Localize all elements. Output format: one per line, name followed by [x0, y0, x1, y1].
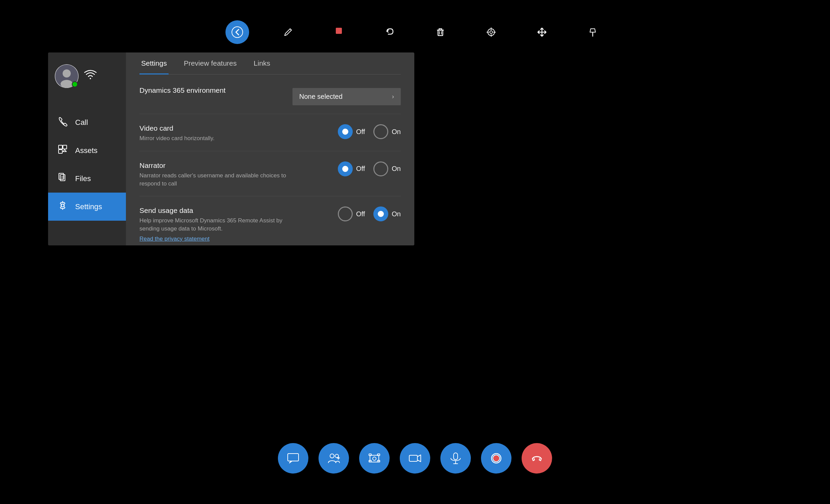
privacy-link[interactable]: Read the privacy statement [139, 236, 210, 242]
move-button[interactable] [530, 20, 554, 44]
participants-button[interactable] [319, 443, 349, 474]
sidebar: Call Assets [48, 52, 126, 245]
sidebar-item-settings-label: Settings [75, 202, 102, 211]
sidebar-item-call[interactable]: Call [48, 108, 126, 136]
tab-links[interactable]: Links [252, 52, 272, 74]
svg-rect-34 [377, 454, 380, 456]
pen-button[interactable] [276, 20, 300, 44]
usage-data-radio-group: Off On [338, 206, 401, 221]
tabs: Settings Preview features Links [139, 52, 401, 74]
svg-rect-19 [59, 145, 62, 149]
usage-data-off-option[interactable]: Off [338, 206, 365, 221]
svg-rect-3 [438, 30, 443, 36]
main-panel: Call Assets [48, 52, 414, 245]
top-toolbar [225, 20, 605, 44]
video-card-radio-group: Off On [338, 124, 401, 139]
narrator-title: Narrator [139, 161, 338, 170]
usage-data-setting-info: Send usage data Help improve Microsoft D… [139, 206, 338, 242]
narrator-radio-group: Off On [338, 161, 401, 176]
svg-point-37 [373, 457, 376, 460]
svg-point-17 [63, 69, 71, 78]
svg-point-42 [493, 455, 500, 462]
dynamics-setting-info: Dynamics 365 environment [139, 86, 292, 96]
undo-button[interactable] [378, 20, 401, 44]
svg-line-1 [290, 29, 291, 30]
narrator-setting-row: Narrator Narrator reads caller's usernam… [139, 161, 401, 197]
dropdown-arrow-icon: › [392, 93, 394, 100]
svg-rect-22 [59, 173, 64, 179]
narrator-on-radio[interactable] [373, 161, 388, 176]
video-card-off-option[interactable]: Off [338, 124, 365, 139]
video-card-setting-row: Video card Mirror video card horizontall… [139, 124, 401, 151]
sidebar-item-files[interactable]: Files [48, 165, 126, 193]
svg-point-18 [61, 80, 73, 88]
video-button[interactable] [400, 443, 430, 474]
svg-rect-38 [409, 455, 417, 461]
usage-data-title: Send usage data [139, 206, 338, 215]
end-call-button[interactable] [522, 443, 552, 474]
screenshot-button[interactable] [359, 443, 390, 474]
dynamics-environment-dropdown[interactable]: None selected › [292, 88, 401, 105]
svg-rect-21 [59, 150, 62, 153]
user-status-indicator [72, 81, 78, 87]
usage-data-on-radio[interactable] [373, 206, 388, 221]
content-area: Settings Preview features Links Dynamics… [126, 52, 414, 245]
svg-rect-33 [369, 454, 371, 456]
narrator-desc: Narrator reads caller's username and ava… [139, 172, 292, 188]
svg-rect-20 [63, 145, 67, 149]
mic-button[interactable] [440, 443, 471, 474]
usage-data-desc: Help improve Microsoft Dynamics 365 Remo… [139, 217, 292, 233]
video-card-title: Video card [139, 124, 338, 132]
narrator-on-option[interactable]: On [373, 161, 401, 176]
video-card-on-radio[interactable] [373, 124, 388, 139]
video-card-setting-info: Video card Mirror video card horizontall… [139, 124, 338, 143]
video-card-desc: Mirror video card horizontally. [139, 134, 292, 143]
dynamics-setting-controls: None selected › [292, 88, 401, 105]
tab-preview[interactable]: Preview features [182, 52, 238, 74]
video-card-on-option[interactable]: On [373, 124, 401, 139]
svg-point-28 [330, 454, 334, 458]
sidebar-item-settings[interactable]: Settings [48, 193, 126, 221]
bottom-toolbar [278, 443, 552, 474]
tab-settings[interactable]: Settings [139, 52, 169, 74]
usage-data-setting-row: Send usage data Help improve Microsoft D… [139, 206, 401, 245]
narrator-off-radio[interactable] [338, 161, 353, 176]
dynamics-setting-row: Dynamics 365 environment None selected › [139, 86, 401, 114]
usage-data-off-radio[interactable] [338, 206, 353, 221]
svg-point-7 [490, 31, 493, 34]
stop-button[interactable] [327, 20, 351, 44]
wifi-icon [84, 69, 97, 83]
assets-icon [57, 144, 68, 157]
files-icon [57, 172, 68, 185]
sidebar-item-assets[interactable]: Assets [48, 136, 126, 165]
dynamics-setting-title: Dynamics 365 environment [139, 86, 292, 94]
avatar [55, 64, 79, 88]
back-button[interactable] [225, 20, 249, 44]
svg-rect-27 [288, 454, 299, 461]
pin-button[interactable] [581, 20, 605, 44]
settings-icon [57, 200, 68, 213]
narrator-off-option[interactable]: Off [338, 161, 365, 176]
target-button[interactable] [479, 20, 503, 44]
sidebar-item-call-label: Call [75, 118, 88, 127]
narrator-setting-info: Narrator Narrator reads caller's usernam… [139, 161, 338, 188]
sidebar-item-files-label: Files [75, 174, 91, 183]
settings-content: Dynamics 365 environment None selected ›… [139, 86, 401, 245]
video-card-off-radio[interactable] [338, 124, 353, 139]
chat-button[interactable] [278, 443, 308, 474]
record-button[interactable] [481, 443, 511, 474]
user-area [48, 59, 126, 98]
delete-button[interactable] [429, 20, 452, 44]
svg-point-26 [61, 204, 64, 207]
usage-data-on-option[interactable]: On [373, 206, 401, 221]
svg-rect-39 [454, 453, 458, 460]
svg-rect-2 [336, 28, 342, 34]
svg-point-0 [232, 27, 243, 38]
nav-items: Call Assets [48, 108, 126, 245]
call-icon [57, 116, 68, 129]
svg-rect-23 [60, 175, 65, 181]
sidebar-item-assets-label: Assets [75, 146, 97, 155]
